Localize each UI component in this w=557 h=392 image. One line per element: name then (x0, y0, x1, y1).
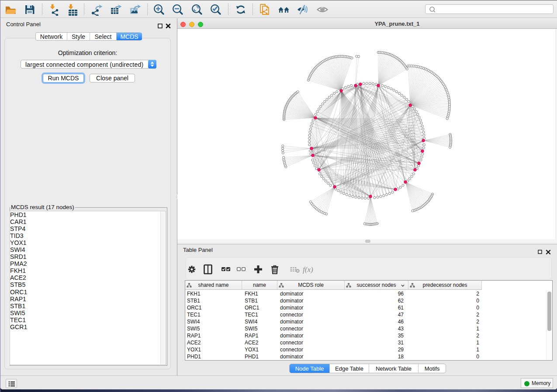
svg-text:f(x): f(x) (303, 265, 313, 274)
